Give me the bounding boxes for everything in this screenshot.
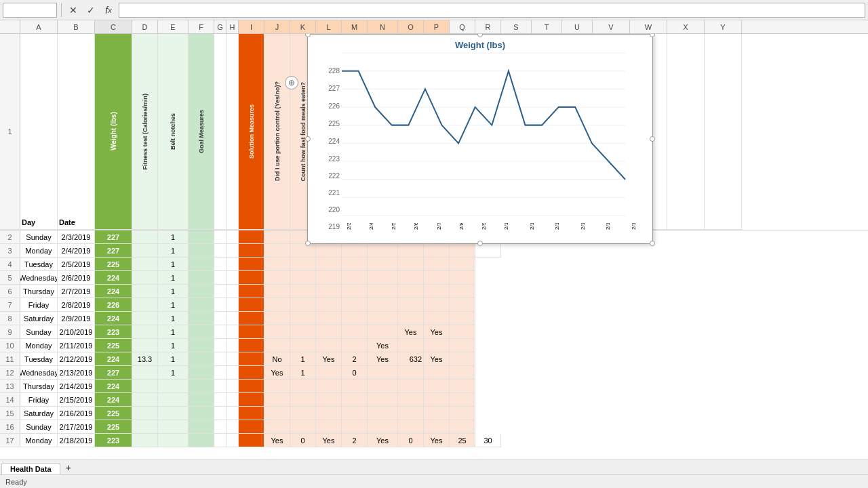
col-header-W[interactable]: W [630,20,667,33]
cell-Q7[interactable] [450,298,475,312]
cell-N5[interactable] [368,271,398,285]
chart-container[interactable]: Weight (lbs) 228 227 2 [307,34,653,244]
cell-H9[interactable] [226,325,239,339]
cell-D17[interactable] [132,434,158,447]
cell-D12[interactable] [132,366,158,380]
cell-O15[interactable] [398,407,424,420]
cell-E9[interactable]: 1 [158,325,189,339]
col-header-N[interactable]: N [368,20,398,33]
cell-D8[interactable] [132,312,158,325]
cell-D1[interactable]: Fitness test (Calories/min) [132,34,158,230]
cell-H15[interactable] [226,407,239,420]
cell-K7[interactable] [290,298,316,312]
cell-M11[interactable]: 2 [342,352,368,366]
cell-J14[interactable] [264,393,290,407]
row-11-num[interactable]: 11 [0,352,20,366]
cell-H4[interactable] [226,258,239,271]
cell-H14[interactable] [226,393,239,407]
row-7-num[interactable]: 7 [0,298,20,312]
cell-Q3[interactable] [450,244,475,258]
cell-C3[interactable]: 227 [95,244,132,258]
col-header-Q[interactable]: Q [450,20,475,33]
cell-I6[interactable] [239,285,264,298]
cell-O8[interactable] [398,312,424,325]
cell-P14[interactable] [424,393,450,407]
cell-G13[interactable] [214,380,226,393]
cell-P8[interactable] [424,312,450,325]
cell-F4[interactable] [189,258,214,271]
cell-I2[interactable] [239,230,264,244]
col-header-I[interactable]: I [239,20,264,33]
cell-I17[interactable] [239,434,264,447]
cell-J8[interactable] [264,312,290,325]
cell-G2[interactable] [214,230,226,244]
cell-L16[interactable] [316,420,342,434]
cell-C2[interactable]: 227 [95,230,132,244]
cell-N4[interactable] [368,258,398,271]
cell-Q10[interactable] [450,339,475,352]
cell-G9[interactable] [214,325,226,339]
row-5-num[interactable]: 5 [0,271,20,285]
cell-N7[interactable] [368,298,398,312]
cell-N10[interactable]: Yes [368,339,398,352]
cell-A16[interactable]: Sunday [20,420,58,434]
cell-C11[interactable]: 224 [95,352,132,366]
cell-G3[interactable] [214,244,226,258]
cell-J3[interactable] [264,244,290,258]
cell-X1[interactable] [667,34,705,230]
cell-N6[interactable] [368,285,398,298]
col-header-P[interactable]: P [424,20,450,33]
cell-D11[interactable]: 13.3 [132,352,158,366]
col-header-H[interactable]: H [226,20,239,33]
cell-J2[interactable] [264,230,290,244]
col-header-Y[interactable]: Y [705,20,742,33]
cell-H3[interactable] [226,244,239,258]
cell-P4[interactable] [424,258,450,271]
cell-Q14[interactable] [450,393,475,407]
cell-F3[interactable] [189,244,214,258]
col-header-A[interactable]: A [20,20,58,33]
cell-C5[interactable]: 224 [95,271,132,285]
cell-L17[interactable]: Yes [316,434,342,447]
cell-D2[interactable] [132,230,158,244]
cell-O5[interactable] [398,271,424,285]
row-1-num[interactable]: 1 [0,34,20,230]
row-15-num[interactable]: 15 [0,407,20,420]
cell-B5[interactable]: 2/6/2019 [58,271,95,285]
cell-E3[interactable]: 1 [158,244,189,258]
cell-B2[interactable]: 2/3/2019 [58,230,95,244]
cell-B4[interactable]: 2/5/2019 [58,258,95,271]
cancel-button[interactable]: ✕ [66,3,81,18]
cell-O13[interactable] [398,380,424,393]
cell-A11[interactable]: Tuesday [20,352,58,366]
cell-H7[interactable] [226,298,239,312]
cell-J10[interactable] [264,339,290,352]
cell-F11[interactable] [189,352,214,366]
cell-L8[interactable] [316,312,342,325]
cell-P5[interactable] [424,271,450,285]
cell-Q17[interactable]: 25 [450,434,475,447]
col-header-K[interactable]: K [290,20,316,33]
col-header-F[interactable]: F [189,20,214,33]
cell-A10[interactable]: Monday [20,339,58,352]
name-box[interactable]: Chart 1 [3,3,57,18]
cell-H13[interactable] [226,380,239,393]
cell-G7[interactable] [214,298,226,312]
cell-B1[interactable]: Date [58,34,95,230]
cell-D15[interactable] [132,407,158,420]
cell-J12[interactable]: Yes [264,366,290,380]
cell-C15[interactable]: 225 [95,407,132,420]
cell-P7[interactable] [424,298,450,312]
cell-N16[interactable] [368,420,398,434]
cell-E1[interactable]: Belt notches [158,34,189,230]
cell-G8[interactable] [214,312,226,325]
cell-D14[interactable] [132,393,158,407]
cell-G10[interactable] [214,339,226,352]
cell-I4[interactable] [239,258,264,271]
cell-K14[interactable] [290,393,316,407]
cell-A12[interactable]: Wednesday [20,366,58,380]
chart-move-handle[interactable]: ⊕ [285,76,298,89]
cell-I9[interactable] [239,325,264,339]
cell-N3[interactable] [368,244,398,258]
col-header-C[interactable]: C [95,20,132,33]
